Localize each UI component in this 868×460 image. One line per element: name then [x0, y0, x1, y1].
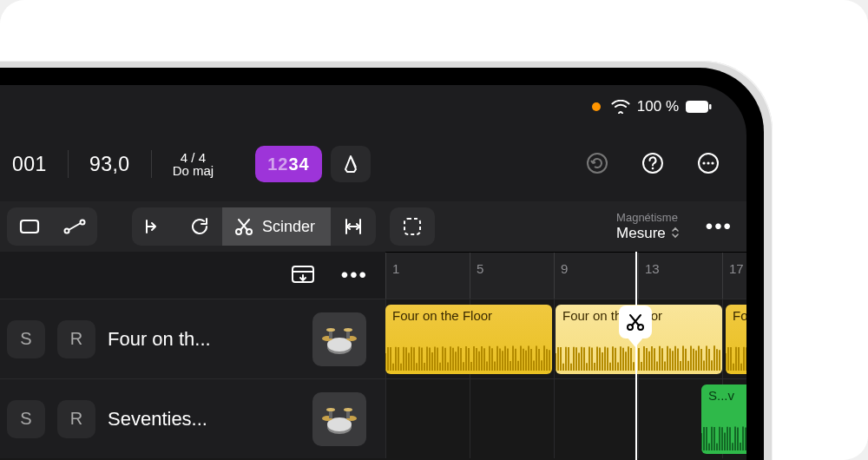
selection-tool-button[interactable]: [390, 207, 435, 246]
svg-point-8: [711, 161, 713, 164]
track-name: Four on th...: [108, 328, 300, 351]
position-display[interactable]: 001: [0, 144, 59, 184]
split-tool-button[interactable]: Scinder: [222, 207, 331, 246]
split-tool-label: Scinder: [262, 218, 315, 236]
track-name: Seventies...: [108, 408, 300, 430]
privacy-mic-dot: [592, 102, 601, 111]
track-lane[interactable]: S...v: [385, 379, 746, 458]
solo-button[interactable]: S: [7, 400, 45, 438]
undo-button[interactable]: [582, 148, 613, 179]
track-header[interactable]: S R Four on th...: [0, 299, 385, 378]
updown-icon: [671, 227, 680, 239]
trim-tool-button[interactable]: [331, 207, 376, 246]
solo-button[interactable]: S: [7, 320, 45, 358]
svg-point-6: [702, 161, 705, 164]
region[interactable]: Four on t: [726, 305, 746, 374]
svg-point-31: [344, 408, 352, 411]
status-bar: 100 %: [0, 85, 712, 128]
svg-point-4: [652, 168, 654, 170]
svg-rect-14: [404, 219, 420, 234]
svg-rect-1: [709, 104, 712, 109]
track-more-button[interactable]: •••: [341, 263, 368, 287]
edit-toolbar: Scinder Magnétisme Mesure •••: [0, 201, 746, 252]
ruler-tick: [554, 253, 555, 299]
timeline-ruler[interactable]: 1591317: [385, 252, 746, 299]
ruler-number: 17: [729, 261, 744, 276]
wifi-icon: [611, 100, 630, 114]
toolbar-more-button[interactable]: •••: [706, 214, 733, 239]
automation-tool-button[interactable]: [52, 207, 97, 246]
ruler-tick: [722, 253, 723, 299]
ruler-number: 13: [645, 261, 660, 276]
svg-point-23: [344, 328, 352, 332]
track-lane[interactable]: Four on the FloorFour on the FloorFour o…: [385, 299, 746, 378]
instrument-icon[interactable]: [312, 312, 366, 366]
battery-icon: [686, 101, 712, 113]
record-enable-button[interactable]: R: [57, 400, 95, 438]
svg-point-2: [588, 154, 607, 173]
ruler-number: 9: [561, 261, 568, 276]
metronome-button[interactable]: [331, 146, 371, 182]
region[interactable]: Four on the Floor: [385, 305, 552, 374]
playhead[interactable]: [635, 252, 637, 460]
svg-rect-9: [21, 220, 38, 233]
svg-point-22: [326, 328, 335, 332]
join-tool-button[interactable]: [132, 207, 177, 246]
browser-button[interactable]: [291, 265, 315, 286]
more-menu-button[interactable]: [693, 148, 724, 179]
ruler-number: 1: [392, 261, 399, 276]
svg-rect-0: [687, 102, 708, 113]
svg-point-7: [707, 161, 709, 164]
snap-value: Mesure: [616, 225, 666, 242]
loop-tool-button[interactable]: [177, 207, 222, 246]
track-row: S R Seventies... S...v: [0, 378, 746, 458]
ruler-tick: [638, 253, 639, 299]
track-header[interactable]: S R Seventies...: [0, 379, 385, 458]
transport-metrics: 001 93,0 4 / 4 Do maj 1234: [0, 141, 371, 187]
snap-label: Magnétisme: [616, 212, 680, 225]
instrument-icon[interactable]: [312, 392, 366, 446]
marquee-tool-button[interactable]: [7, 207, 52, 246]
record-enable-button[interactable]: R: [57, 320, 95, 358]
snap-control[interactable]: Magnétisme Mesure: [616, 212, 680, 241]
region-label: Four on t: [733, 308, 746, 323]
count-in-button[interactable]: 1234: [255, 146, 322, 182]
timesig-display[interactable]: 4 / 4 Do maj: [161, 144, 227, 184]
top-right-actions: [582, 148, 724, 179]
tempo-display[interactable]: 93,0: [77, 144, 142, 184]
ruler-row: ••• 1591317: [0, 252, 746, 299]
region[interactable]: S...v: [701, 384, 746, 454]
region-label: Four on the Floor: [392, 308, 545, 323]
app-screen: 100 % 001 93,0 4 / 4 Do maj 1234: [0, 85, 746, 460]
scissor-cursor[interactable]: [619, 306, 652, 338]
ruler-tick: [385, 253, 386, 299]
battery-percent: 100 %: [637, 98, 679, 115]
svg-point-30: [326, 408, 335, 411]
ruler-tick: [470, 253, 470, 299]
ruler-number: 5: [477, 261, 483, 276]
region-label: S...v: [708, 388, 746, 403]
help-button[interactable]: [637, 148, 668, 179]
